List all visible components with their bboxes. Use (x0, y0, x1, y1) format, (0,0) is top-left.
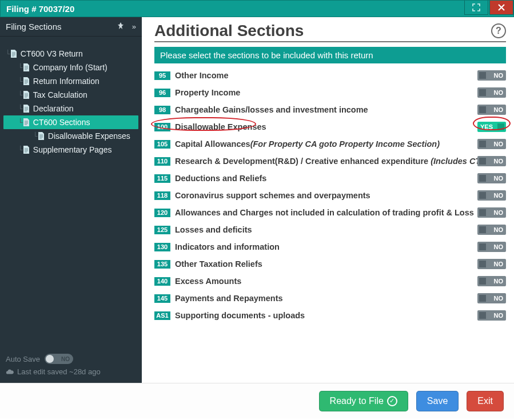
filing-tree: └ CT600 V3 Return└ Company Info (Start)└… (0, 37, 142, 349)
section-code-badge: AS1 (154, 311, 170, 320)
page-title: Additional Sections (154, 22, 304, 40)
tree-node[interactable]: └ Company Info (Start) (3, 61, 138, 74)
section-row: AS1Supporting documents - uploadsNO (154, 307, 506, 324)
section-label: Capital Allowances(For Property CA goto … (175, 139, 440, 149)
sidebar: Filing Sections » └ CT600 V3 Return└ Com… (0, 17, 142, 383)
section-row: 95Other IncomeNO (154, 67, 506, 84)
section-toggle[interactable]: NO (477, 242, 506, 252)
section-toggle[interactable]: NO (477, 105, 506, 115)
section-toggle[interactable]: NO (477, 310, 506, 321)
tree-node-label: Supplementary Pages (33, 145, 112, 154)
section-row: 120Allowances and Charges not included i… (154, 204, 506, 221)
section-label: Property Income (175, 88, 240, 97)
section-row: 140Excess AmountsNO (154, 273, 506, 290)
close-button[interactable] (489, 1, 513, 15)
help-button[interactable]: ? (491, 23, 506, 38)
section-label: Other Taxation Reliefs (175, 259, 262, 269)
section-row: 98Chargeable Gains/losses and investment… (154, 101, 506, 118)
save-button[interactable]: Save (416, 391, 459, 411)
section-toggle[interactable]: NO (477, 225, 506, 235)
section-row: 125Losses and deficitsNO (154, 221, 506, 238)
section-toggle[interactable]: NO (477, 173, 506, 183)
section-toggle[interactable]: NO (477, 87, 506, 98)
tree-node[interactable]: └ Tax Calculation (3, 88, 138, 102)
section-row: 115Deductions and ReliefsNO (154, 170, 506, 187)
main-panel: Additional Sections ? Please select the … (142, 17, 514, 383)
maximize-button[interactable] (464, 1, 488, 15)
tree-node-label: Declaration (33, 104, 74, 113)
expand-icon (472, 3, 481, 12)
section-label: Other Income (175, 71, 228, 80)
tree-node-label: Tax Calculation (33, 90, 87, 99)
section-toggle[interactable]: NO (477, 276, 506, 286)
section-code-badge: 130 (154, 243, 170, 251)
section-row: 145Payments and RepaymentsNO (154, 290, 506, 307)
section-label: Supporting documents - uploads (175, 311, 305, 320)
tree-node[interactable]: └ Supplementary Pages (3, 143, 138, 157)
section-toggle[interactable]: NO (477, 207, 506, 218)
toggle-knob (46, 355, 54, 363)
window-controls (464, 1, 513, 15)
section-toggle[interactable]: NO (477, 190, 506, 201)
section-row: 135Other Taxation ReliefsNO (154, 255, 506, 273)
section-code-badge: 140 (154, 277, 170, 286)
section-code-badge: 105 (154, 140, 170, 149)
tree-node-label: Disallowable Expenses (48, 131, 130, 141)
sidebar-header: Filing Sections » (0, 17, 142, 37)
window-title: Filing # 70037/20 (6, 4, 74, 14)
section-list: 95Other IncomeNO96Property IncomeNO98Cha… (154, 67, 506, 324)
section-label: Coronavirus support schemes and overpaym… (175, 191, 370, 200)
section-code-badge: 145 (154, 294, 170, 303)
pin-icon[interactable] (117, 22, 124, 31)
tree-node[interactable]: └ Disallowable Expenses (3, 129, 138, 143)
autosave-value: NO (61, 356, 70, 362)
close-icon (497, 3, 506, 12)
section-label: Losses and deficits (175, 225, 252, 234)
section-label: Disallowable Expenses (175, 122, 266, 131)
section-label: Chargeable Gains/losses and investment i… (175, 105, 368, 114)
instruction-bar: Please select the sections to be include… (154, 47, 506, 63)
section-toggle[interactable]: YES (477, 122, 506, 132)
section-label: Excess Amounts (175, 277, 241, 286)
section-code-badge: 95 (154, 71, 170, 80)
section-row: 118Coronavirus support schemes and overp… (154, 187, 506, 204)
cloud-icon (6, 369, 14, 375)
ready-to-file-button[interactable]: Ready to File ✓ (319, 391, 408, 411)
section-label: Payments and Repayments (175, 294, 283, 303)
autosave-label: Auto Save (6, 355, 40, 363)
section-toggle[interactable]: NO (477, 70, 506, 81)
section-label: Research & Development(R&D) / Creative e… (175, 157, 502, 166)
save-label: Save (427, 396, 448, 406)
sidebar-title: Filing Sections (6, 22, 62, 31)
tree-node[interactable]: └ Return Information (3, 74, 138, 88)
check-icon: ✓ (387, 396, 397, 406)
section-toggle[interactable]: NO (477, 156, 506, 166)
autosave-toggle[interactable]: NO (45, 354, 73, 364)
section-code-badge: 115 (154, 174, 170, 183)
section-code-badge: 120 (154, 209, 170, 217)
last-edit-text: Last edit saved ~28d ago (17, 367, 101, 376)
section-toggle[interactable]: NO (477, 259, 506, 269)
tree-node[interactable]: └ Declaration (3, 102, 138, 115)
section-code-badge: 118 (154, 191, 170, 200)
section-row: 100Disallowable ExpensesYES (154, 118, 506, 135)
window-titlebar: Filing # 70037/20 (0, 0, 514, 17)
section-code-badge: 110 (154, 157, 170, 166)
expand-panel-icon[interactable]: » (132, 22, 136, 31)
section-toggle[interactable]: NO (477, 293, 506, 303)
section-code-badge: 125 (154, 226, 170, 234)
section-code-badge: 135 (154, 260, 170, 269)
footer-bar: Ready to File ✓ Save Exit (0, 383, 514, 418)
tree-node-label: CT600 V3 Return (21, 49, 83, 58)
exit-button[interactable]: Exit (467, 391, 504, 411)
section-row: 130Indicators and informationNO (154, 238, 506, 255)
section-toggle[interactable]: NO (477, 139, 506, 149)
section-row: 110Research & Development(R&D) / Creativ… (154, 153, 506, 170)
tree-node[interactable]: └ CT600 V3 Return (3, 47, 138, 61)
section-label: Allowances and Charges not included in c… (175, 208, 474, 217)
section-label: Deductions and Reliefs (175, 174, 266, 183)
tree-node[interactable]: └ CT600 Sections (3, 115, 138, 129)
tree-node-label: Company Info (Start) (33, 63, 107, 72)
section-row: 105Capital Allowances(For Property CA go… (154, 135, 506, 153)
section-label: Indicators and information (175, 242, 280, 251)
